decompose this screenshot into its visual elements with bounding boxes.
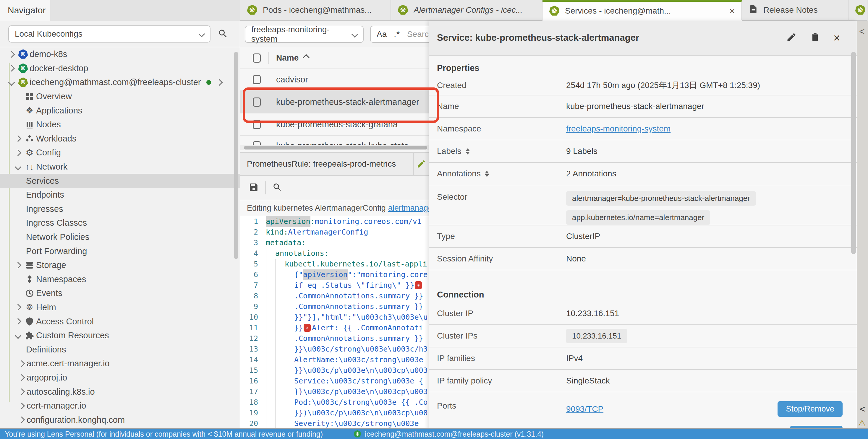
code-line[interactable]: 17}}\u003c/p\u003e\n\u003cp\u003 (240, 386, 429, 397)
edit-rule-button[interactable] (413, 153, 429, 175)
row-checkbox[interactable] (253, 120, 261, 129)
sidebar-item-acme-cert-manager-io[interactable]: acme.cert-manager.io (0, 357, 240, 371)
close-panel-icon[interactable]: × (833, 33, 840, 43)
sidebar-item-services[interactable]: Services (0, 174, 240, 188)
table-row-cadvisor[interactable]: cadvisor (240, 69, 429, 91)
code-line[interactable]: 10}}"}],"html":"\u003ch3\u003e\u (240, 312, 429, 323)
row-checkbox[interactable] (253, 75, 261, 84)
code-line[interactable]: 19}})\u003c/p\u003e\n\u003cp\u00 (240, 408, 429, 418)
code-line[interactable]: 7if eq .Status \"firing\" }}✳ (240, 280, 429, 291)
code-line[interactable]: 16Service:\u003c/strong\u003e { (240, 376, 429, 386)
cluster-menu-chevron-icon[interactable] (216, 79, 223, 86)
sort-asc-icon[interactable] (303, 54, 310, 61)
code-line[interactable]: 14AlertName:\u003c/strong\u003e (240, 354, 429, 365)
sidebar-item-namespaces[interactable]: Namespaces (0, 272, 240, 286)
horizontal-scrollbar-thumb[interactable] (244, 146, 427, 149)
collapse-chevron-icon[interactable]: < (860, 403, 866, 415)
code-line[interactable]: 20Severity:\u003c/strong\u003e (240, 418, 429, 429)
active-cluster-label[interactable]: icecheng@mathmast.com@freeleaps-cluster … (365, 430, 544, 438)
row-checkbox[interactable] (253, 141, 261, 145)
kubeconfig-selector[interactable]: Local Kubeconfigs (8, 25, 211, 42)
row-checkbox[interactable] (253, 98, 261, 107)
services-search-input[interactable]: Aa .* Search (370, 26, 429, 43)
sidebar-search-icon[interactable] (218, 28, 228, 40)
sidebar-item-ingress-classes[interactable]: Ingress Classes (0, 216, 240, 230)
code-line[interactable]: 5kubectl.kubernetes.io/last-appli (240, 259, 429, 269)
code-line[interactable]: 15}}\u003c/p\u003e\n\u003cp\u003 (240, 365, 429, 376)
select-all-checkbox[interactable] (253, 54, 261, 63)
sidebar-item-argoproj-io[interactable]: argoproj.io (0, 371, 240, 385)
indent-guide (275, 323, 285, 333)
save-button[interactable] (249, 182, 259, 194)
code-line[interactable]: 18Pod:\u003c/strong\u003e {{ .Co (240, 397, 429, 408)
indent-guide (275, 333, 285, 344)
stop-remove-button[interactable]: Stop/Remove (778, 401, 843, 417)
delete-service-button[interactable] (810, 32, 820, 44)
sidebar-item-workloads[interactable]: Workloads (0, 132, 240, 146)
sidebar-scrollbar[interactable] (234, 52, 238, 259)
sidebar-item-helm[interactable]: ☸Helm (0, 300, 240, 315)
panel-scrollbar[interactable] (851, 52, 856, 254)
yaml-editor[interactable]: 1apiVersion: monitoring.coreos.com/v12ki… (240, 216, 429, 430)
namespace-link[interactable]: freeleaps-monitoring-system (566, 124, 671, 133)
sidebar-item-network-policies[interactable]: Network Policies (0, 230, 240, 244)
code-line[interactable]: 4annotations: (240, 248, 429, 259)
name-column-header[interactable]: Name (276, 53, 299, 63)
tab-release-notes[interactable]: Release Notes (742, 0, 848, 21)
table-row-kube-prometheus-stack-kube-state-metrics[interactable]: kube-prometheus-stack-kube-state-metrics (240, 136, 429, 145)
code-line[interactable]: 1apiVersion: monitoring.coreos.com/v1 (240, 216, 429, 227)
service-name: cadvisor (276, 75, 308, 85)
sidebar-item-definitions[interactable]: Definitions (0, 342, 240, 357)
chevron-right-icon (15, 149, 22, 156)
sort-toggle-icon[interactable] (466, 148, 470, 155)
edit-service-button[interactable] (786, 32, 797, 44)
sidebar-item-applications[interactable]: ❖Applications (0, 103, 240, 117)
code-line[interactable]: 2kind: AlertmanagerConfig (240, 227, 429, 238)
line-number: 1 (240, 216, 266, 227)
sidebar-item-autoscaling-k8s-io[interactable]: autoscaling.k8s.io (0, 385, 240, 399)
sidebar-item-docker-desktop[interactable]: ☸docker-desktop (0, 62, 240, 76)
table-row-kube-prometheus-stack-alertmanager[interactable]: kube-prometheus-stack-alertmanager (240, 91, 429, 113)
sidebar-item-events[interactable]: Events (0, 286, 240, 300)
kubernetes-icon: ☸ (549, 6, 560, 16)
sidebar-item-custom-resources[interactable]: Custom Resources (0, 329, 240, 343)
storage-icon (23, 261, 36, 270)
sidebar-item-port-forwarding[interactable]: Port Forwarding (0, 244, 240, 258)
tab-services-icecheng-math[interactable]: ☸Services - icecheng@math...× (542, 0, 742, 21)
sidebar-item-config[interactable]: ⚙Config (0, 146, 240, 160)
sidebar-item-ingresses[interactable]: Ingresses (0, 202, 240, 216)
sidebar-item-nodes[interactable]: Nodes (0, 117, 240, 132)
code-line[interactable]: 8.CommonAnnotations.summary }} (240, 291, 429, 301)
code-line[interactable]: 9.CommonAnnotations.summary }} (240, 301, 429, 312)
line-number: 10 (240, 312, 266, 323)
match-case-toggle[interactable]: Aa (377, 30, 387, 39)
sidebar-item-overview[interactable]: Overview (0, 90, 240, 104)
namespace-filter-dropdown[interactable]: freeleaps-monitoring-system (245, 26, 364, 43)
sidebar-item-icecheng-mathmast-com-freeleaps-cluster[interactable]: ☸icecheng@mathmast.com@freeleaps-cluster (0, 75, 240, 90)
chevron-slot (13, 150, 23, 155)
code-line[interactable]: 13}}\u003c/strong\u003e\u003c/h3 (240, 344, 429, 354)
sidebar-item-endpoints[interactable]: Endpoints (0, 188, 240, 202)
sidebar-item-network[interactable]: ↑↓Network (0, 160, 240, 174)
editor-search-button[interactable] (272, 182, 282, 194)
alertmanager-config-link[interactable]: alertmanager (388, 204, 429, 213)
code-line[interactable]: 11}}✳ Alert: {{ .CommonAnnotati (240, 323, 429, 333)
code-line[interactable]: 6{"apiVersion":"monitoring.core (240, 269, 429, 280)
port-link[interactable]: 9093/TCP (566, 404, 603, 414)
tab-alertmanager-configs-icec[interactable]: ☸Alertmanager Configs - icec... (391, 0, 542, 21)
tab-pods-icecheng-mathmas[interactable]: ☸Pods - icecheng@mathmas... (240, 0, 391, 21)
code-line[interactable]: 3metadata: (240, 238, 429, 248)
table-row-kube-prometheus-stack-grafana[interactable]: kube-prometheus-stack-grafana (240, 113, 429, 136)
sidebar-item-configuration-konghq-com[interactable]: configuration.konghq.com (0, 413, 240, 427)
sidebar-item-cert-manager-io[interactable]: cert-manager.io (0, 399, 240, 413)
close-tab-icon[interactable]: × (730, 6, 735, 16)
sidebar-item-demo-k8s[interactable]: ☸demo-k8s (0, 47, 240, 62)
regex-toggle[interactable]: .* (394, 30, 400, 39)
sort-toggle-icon[interactable] (485, 171, 489, 177)
line-number: 6 (240, 269, 266, 280)
collapse-chevron-icon[interactable]: < (859, 26, 865, 37)
navigator-tab[interactable]: Navigator (0, 0, 50, 21)
sidebar-item-access-control[interactable]: Access Control (0, 314, 240, 329)
sidebar-item-storage[interactable]: Storage (0, 258, 240, 272)
code-line[interactable]: 12.CommonAnnotations.summary }} (240, 333, 429, 344)
